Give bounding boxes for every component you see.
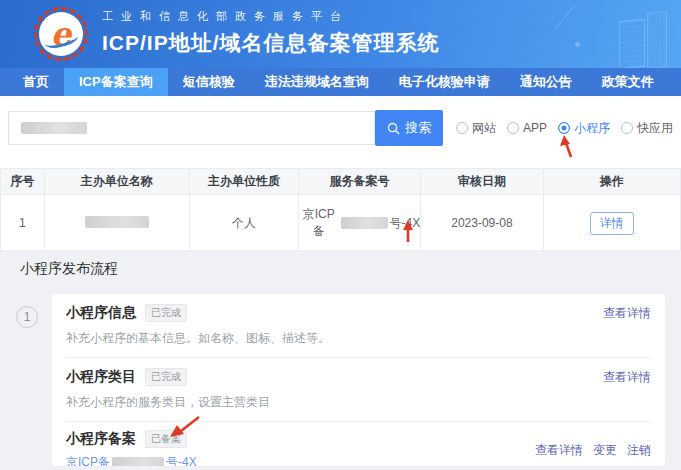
service-type-radios: 网站 APP 小程序 快应用: [456, 120, 673, 137]
status-badge: 已完成: [145, 304, 187, 322]
miniprogram-publish-process: 小程序发布流程 1 小程序信息 已完成 查看详情 补充小程序的基本信息。如名称、…: [0, 250, 681, 470]
radio-icon: [456, 122, 468, 134]
icp-suffix: 号-4X: [166, 454, 197, 466]
col-seq: 序号: [1, 169, 45, 195]
step-title: 小程序类目: [66, 368, 136, 386]
cell-unit-name: [44, 195, 190, 252]
search-input[interactable]: [8, 111, 375, 145]
status-badge: 已备案: [145, 430, 187, 448]
table-row: 1 个人 京ICP备 号-4X 2023-09-08 详情: [1, 195, 681, 252]
logo-body: e: [39, 12, 83, 56]
col-actions: 操作: [543, 169, 680, 195]
query-result-table: 序号 主办单位名称 主办单位性质 服务备案号 审核日期 操作 1 个人 京ICP…: [0, 168, 681, 252]
step-miniprogram-filing: 小程序备案 已备案 京ICP备 号-4X 查看详情 变更 注销: [66, 422, 651, 466]
radio-website[interactable]: 网站: [456, 120, 496, 137]
nav-item-e-verify-apply[interactable]: 电子化核验申请: [384, 68, 505, 96]
change-link[interactable]: 变更: [593, 442, 617, 459]
step-number-badge: 1: [16, 306, 38, 328]
step-title: 小程序信息: [66, 304, 136, 322]
radio-icon: [507, 122, 519, 134]
process-card: 小程序信息 已完成 查看详情 补充小程序的基本信息。如名称、图标、描述等。 小程…: [52, 294, 665, 466]
view-detail-link[interactable]: 查看详情: [603, 305, 651, 322]
search-button-label: 搜索: [405, 119, 431, 137]
cell-review-date: 2023-09-08: [421, 195, 543, 252]
nav-item-home[interactable]: 首页: [8, 68, 64, 96]
header-titles: 工业和信息化部政务服务平台 ICP/IP地址/域名信息备案管理系统: [102, 9, 440, 57]
col-review-date: 审核日期: [421, 169, 543, 195]
nav-item-sms-verify[interactable]: 短信核验: [168, 68, 250, 96]
radio-app[interactable]: APP: [507, 121, 547, 135]
radio-selected-icon: [558, 122, 570, 134]
nav-item-illegal-domain-query[interactable]: 违法违规域名查询: [250, 68, 384, 96]
radio-label: 快应用: [637, 120, 673, 137]
cell-license-number: 京ICP备 号-4X: [298, 195, 420, 252]
step-description: 补充小程序的服务类目，设置主营类目: [66, 394, 651, 411]
col-unit-nature: 主办单位性质: [190, 169, 299, 195]
license-prefix: 京ICP备: [299, 206, 339, 240]
search-button[interactable]: 搜索: [375, 110, 443, 146]
nav-item-icp-query[interactable]: ICP备案查询: [64, 68, 168, 96]
page-title: ICP/IP地址/域名信息备案管理系统: [102, 29, 440, 57]
cell-actions: 详情: [543, 195, 680, 252]
step-miniprogram-info: 小程序信息 已完成 查看详情 补充小程序的基本信息。如名称、图标、描述等。: [66, 294, 651, 357]
nav-item-policy-docs[interactable]: 政策文件: [587, 68, 669, 96]
cell-unit-nature: 个人: [190, 195, 299, 252]
step-description: 补充小程序的基本信息。如名称、图标、描述等。: [66, 330, 651, 347]
license-suffix: 号-4X: [390, 215, 421, 232]
main-nav: 首页 ICP备案查询 短信核验 违法违规域名查询 电子化核验申请 通知公告 政策…: [0, 68, 681, 96]
status-badge: 已完成: [145, 368, 187, 386]
cell-seq: 1: [1, 195, 45, 252]
search-section: 搜索 网站 APP 小程序 快应用: [0, 96, 681, 146]
cancel-link[interactable]: 注销: [627, 442, 651, 459]
radio-quickapp[interactable]: 快应用: [621, 120, 673, 137]
table-header-row: 序号 主办单位名称 主办单位性质 服务备案号 审核日期 操作: [1, 169, 681, 195]
radio-miniprogram[interactable]: 小程序: [558, 120, 610, 137]
process-title: 小程序发布流程: [0, 250, 681, 278]
detail-button[interactable]: 详情: [590, 212, 634, 235]
radio-icon: [621, 122, 633, 134]
nav-item-notices[interactable]: 通知公告: [505, 68, 587, 96]
icp-filing-system-page: e 工业和信息化部政务服务平台 ICP/IP地址/域名信息备案管理系统 首页 I…: [0, 0, 681, 470]
header: e 工业和信息化部政务服务平台 ICP/IP地址/域名信息备案管理系统: [0, 0, 681, 68]
redacted-icp-digits: [112, 457, 164, 467]
radio-label: 小程序: [574, 120, 610, 137]
icp-license-link[interactable]: 京ICP备 号-4X: [66, 454, 197, 466]
view-detail-link[interactable]: 查看详情: [603, 369, 651, 386]
radio-label: 网站: [472, 120, 496, 137]
redacted-query-text: [21, 122, 87, 134]
col-unit-name: 主办单位名称: [44, 169, 190, 195]
search-icon: [387, 122, 400, 135]
icp-prefix: 京ICP备: [66, 454, 110, 466]
miit-logo: e: [34, 7, 88, 61]
platform-name: 工业和信息化部政务服务平台: [102, 9, 440, 24]
view-detail-link[interactable]: 查看详情: [535, 442, 583, 459]
col-license-number: 服务备案号: [298, 169, 420, 195]
step-miniprogram-category: 小程序类目 已完成 查看详情 补充小程序的服务类目，设置主营类目: [66, 358, 651, 421]
redacted-license-digits: [341, 217, 388, 229]
radio-label: APP: [523, 121, 547, 135]
header-building-graphic: [557, 12, 667, 68]
redacted-unit-name: [85, 216, 149, 228]
step-title: 小程序备案: [66, 430, 136, 448]
